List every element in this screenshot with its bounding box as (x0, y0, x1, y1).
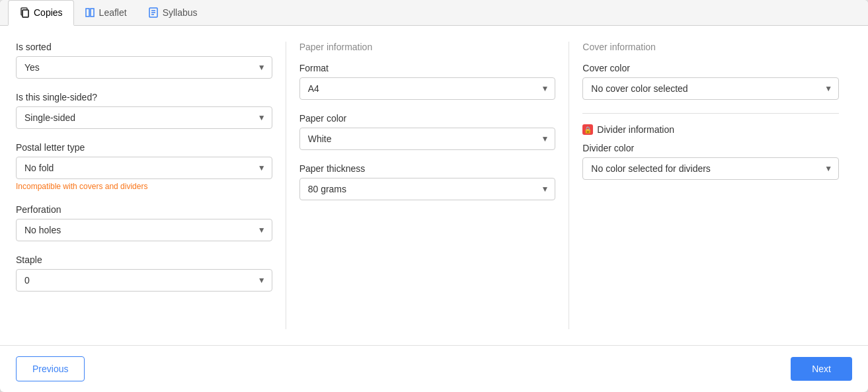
single-sided-label: Is this single-sided? (16, 92, 272, 102)
divider-info-header: 🔒 Divider information (582, 124, 839, 135)
paper-thickness-select-wrapper: 80 grams 90 grams 100 grams ▼ (299, 178, 556, 200)
perforation-group: Perforation No holes 2 holes 4 holes ▼ (16, 204, 272, 241)
format-select[interactable]: A4 A3 Letter (299, 77, 556, 100)
is-sorted-select[interactable]: Yes No (16, 56, 272, 79)
divider-color-select[interactable]: No color selected for dividers White Bla… (582, 157, 839, 180)
tab-copies[interactable]: Copies (8, 0, 74, 26)
cover-info-title: Cover information (582, 42, 839, 52)
divider-separator (582, 113, 839, 114)
paper-info-title: Paper information (299, 42, 556, 52)
copies-icon (19, 7, 30, 18)
right-column: Cover information Cover color No cover c… (569, 42, 852, 329)
paper-color-group: Paper color White Yellow Blue Pink ▼ (299, 113, 556, 150)
postal-letter-select[interactable]: No fold Bi-fold Tri-fold (16, 157, 272, 179)
postal-letter-group: Postal letter type No fold Bi-fold Tri-f… (16, 142, 272, 191)
tab-bar: Copies Leaflet Syllabus (0, 0, 868, 26)
format-select-wrapper: A4 A3 Letter ▼ (299, 77, 556, 100)
leaflet-icon (85, 7, 95, 18)
single-sided-select[interactable]: Single-sided Double-sided (16, 106, 272, 129)
is-sorted-group: Is sorted Yes No ▼ (16, 42, 272, 79)
is-sorted-select-wrapper: Yes No ▼ (16, 56, 272, 79)
tab-syllabus-label: Syllabus (163, 7, 198, 18)
tab-leaflet-label: Leaflet (99, 7, 127, 18)
format-group: Format A4 A3 Letter ▼ (299, 63, 556, 100)
previous-button[interactable]: Previous (16, 356, 85, 381)
cover-color-label: Cover color (582, 63, 839, 73)
tab-leaflet[interactable]: Leaflet (74, 0, 138, 26)
paper-color-label: Paper color (299, 113, 556, 124)
divider-info-title-text: Divider information (597, 124, 674, 135)
postal-letter-warning: Incompatible with covers and dividers (16, 182, 272, 191)
middle-column: Paper information Format A4 A3 Letter ▼ … (286, 42, 570, 329)
lock-icon: 🔒 (582, 124, 593, 135)
staple-label: Staple (16, 255, 272, 265)
main-window: Copies Leaflet Syllabus (0, 0, 868, 392)
tab-copies-label: Copies (34, 7, 63, 18)
next-button[interactable]: Next (791, 357, 852, 381)
main-content: Is sorted Yes No ▼ Is this single-sided?… (0, 26, 868, 345)
tab-syllabus[interactable]: Syllabus (138, 0, 208, 26)
postal-letter-label: Postal letter type (16, 142, 272, 153)
single-sided-group: Is this single-sided? Single-sided Doubl… (16, 92, 272, 129)
single-sided-select-wrapper: Single-sided Double-sided ▼ (16, 106, 272, 129)
svg-rect-1 (22, 10, 28, 17)
staple-select[interactable]: 0 1 2 (16, 269, 272, 292)
divider-color-select-wrapper: No color selected for dividers White Bla… (582, 157, 839, 180)
format-label: Format (299, 63, 556, 73)
left-column: Is sorted Yes No ▼ Is this single-sided?… (16, 42, 286, 329)
cover-color-group: Cover color No cover color selected Whit… (582, 63, 839, 100)
cover-color-select[interactable]: No cover color selected White Black Blue (582, 77, 839, 100)
paper-color-select[interactable]: White Yellow Blue Pink (299, 128, 556, 150)
paper-thickness-label: Paper thickness (299, 163, 556, 174)
footer: Previous Next (0, 345, 868, 392)
staple-group: Staple 0 1 2 ▼ (16, 255, 272, 292)
perforation-label: Perforation (16, 204, 272, 215)
cover-color-select-wrapper: No cover color selected White Black Blue… (582, 77, 839, 100)
divider-color-label: Divider color (582, 143, 839, 153)
syllabus-icon (148, 7, 159, 18)
paper-thickness-group: Paper thickness 80 grams 90 grams 100 gr… (299, 163, 556, 200)
divider-color-group: Divider color No color selected for divi… (582, 143, 839, 180)
postal-letter-select-wrapper: No fold Bi-fold Tri-fold ▼ (16, 157, 272, 179)
paper-color-select-wrapper: White Yellow Blue Pink ▼ (299, 128, 556, 150)
is-sorted-label: Is sorted (16, 42, 272, 52)
perforation-select[interactable]: No holes 2 holes 4 holes (16, 219, 272, 241)
perforation-select-wrapper: No holes 2 holes 4 holes ▼ (16, 219, 272, 241)
paper-thickness-select[interactable]: 80 grams 90 grams 100 grams (299, 178, 556, 200)
staple-select-wrapper: 0 1 2 ▼ (16, 269, 272, 292)
